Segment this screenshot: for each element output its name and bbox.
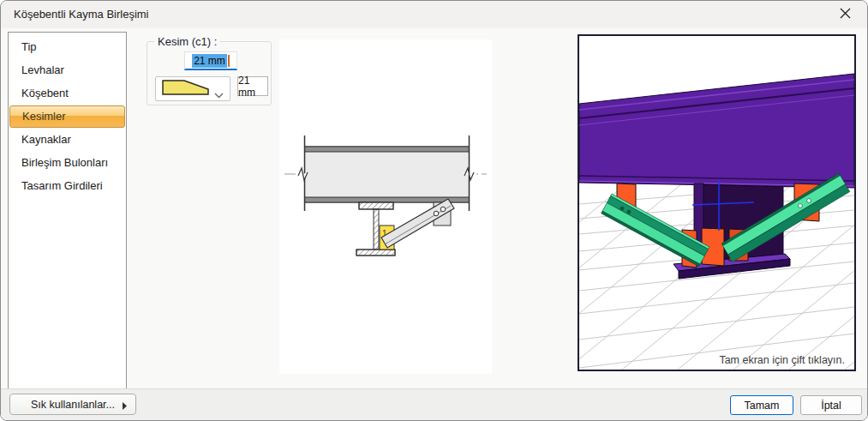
category-list: Tip Levhalar Köşebent Kesimler Kaynaklar… [8,32,127,391]
arrow-right-icon [122,400,128,412]
fullscreen-hint: Tam ekran için çift tıklayın. [719,354,845,366]
chevron-down-icon [214,87,224,102]
taper-cut-shape-icon [160,76,212,102]
cancel-button[interactable]: İptal [800,395,862,415]
cut-length-input[interactable]: 21 mm [237,76,268,96]
title-bar: Köşebentli Kayma Birleşimi [1,1,867,28]
connection-2d-drawing: 1 [279,39,492,374]
beam-body [305,147,470,202]
sidebar-item-kosebent[interactable]: Köşebent [9,82,125,105]
kesim-group-label: Kesim (c1) : [154,35,220,48]
cut-depth-input[interactable]: 21 mm [184,51,237,70]
ok-button[interactable]: Tamam [730,395,793,415]
favorites-button[interactable]: Sık kullanılanlar... [9,394,136,415]
sidebar-item-birlesim-bulonlari[interactable]: Birleşim Bulonları [9,152,125,174]
beam-top-flange [305,147,470,152]
dialog-title: Köşebentli Kayma Birleşimi [14,8,149,21]
close-button[interactable] [831,3,859,26]
footer-bar: Sık kullanılanlar... Tamam İptal [1,388,867,420]
dialog-window: Köşebentli Kayma Birleşimi Tip Levhalar … [0,0,868,421]
sidebar-item-tip[interactable]: Tip [9,36,125,58]
sidebar-item-levhalar[interactable]: Levhalar [9,59,125,81]
connection-3d-preview[interactable]: Tam ekran için çift tıklayın. [578,34,856,371]
main-beam-3d [579,74,854,188]
text-caret [228,55,230,67]
sidebar-item-kaynaklar[interactable]: Kaynaklar [9,129,125,151]
sidebar-item-tasarim-girdileri[interactable]: Tasarım Girdileri [9,175,125,197]
sidebar-item-kesimler[interactable]: Kesimler [9,105,125,128]
cut-depth-value: 21 mm [192,54,227,68]
cut-shape-dropdown[interactable] [155,76,230,101]
favorites-label: Sık kullanılanlar... [31,399,115,411]
close-icon [840,8,851,21]
